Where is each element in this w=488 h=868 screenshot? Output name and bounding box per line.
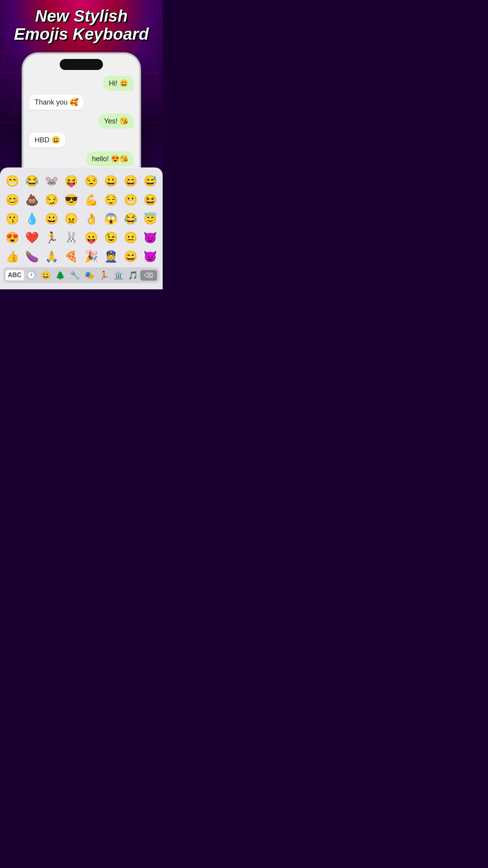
emoji-cell-7[interactable]: 😅 — [141, 172, 160, 189]
emoji-cell-1[interactable]: 😂 — [23, 172, 41, 189]
emoji-cell-35[interactable]: 🍕 — [62, 248, 81, 265]
emoji-cell-16[interactable]: 😗 — [3, 210, 21, 227]
phone-volume-up — [22, 101, 23, 115]
emoji-cell-3[interactable]: 😝 — [62, 172, 81, 189]
title-line2: Emojis Keyboard — [0, 25, 163, 43]
emoji-cell-10[interactable]: 😏 — [43, 191, 61, 208]
emoji-cell-14[interactable]: 😬 — [122, 191, 140, 208]
emoji-cell-22[interactable]: 😂 — [122, 210, 140, 227]
phone-power-button — [139, 109, 140, 131]
emoji-cell-31[interactable]: 😈 — [141, 229, 160, 246]
emoji-cell-28[interactable]: 😛 — [82, 229, 100, 246]
abc-button[interactable]: ABC — [6, 270, 24, 280]
smiley-icon[interactable]: 😀 — [39, 269, 53, 281]
emoji-cell-24[interactable]: 😍 — [3, 229, 21, 246]
emoji-cell-13[interactable]: 😌 — [102, 191, 120, 208]
emoji-cell-32[interactable]: 👍 — [3, 248, 21, 265]
emoji-cell-37[interactable]: 👮 — [102, 248, 120, 265]
emoji-cell-21[interactable]: 😱 — [102, 210, 120, 227]
emoji-cell-29[interactable]: 😉 — [102, 229, 120, 246]
people-icon[interactable]: 🏃 — [97, 269, 111, 281]
travel-icon[interactable]: 🏛️ — [111, 269, 126, 281]
emoji-cell-6[interactable]: 😄 — [122, 172, 140, 189]
emoji-cell-26[interactable]: 🏃 — [43, 229, 61, 246]
nature-icon[interactable]: 🌲 — [53, 269, 68, 281]
bubble-5: hello! 😍😘 — [86, 151, 134, 166]
emoji-cell-30[interactable]: 😐 — [122, 229, 140, 246]
keyboard-toolbar: ABC 🕐 😀 🌲 🔧 🎭 🏃 🏛️ 🎵 ⌫ — [3, 267, 160, 283]
objects-icon[interactable]: 🔧 — [68, 269, 82, 281]
emoji-cell-8[interactable]: 😊 — [3, 191, 21, 208]
emoji-grid: 😁😂🐭😝😒😀😄😅😊💩😏😎💪😌😬😆😗💧😀😠👌😱😂😇😍❤️🏃🐰😛😉😐😈👍🍆🙏🍕🎉👮😄… — [3, 172, 160, 265]
emoji-cell-27[interactable]: 🐰 — [62, 229, 81, 246]
bubble-2: Thank you 🥰 — [29, 95, 84, 110]
emoji-cell-18[interactable]: 😀 — [43, 210, 61, 227]
emoji-cell-9[interactable]: 💩 — [23, 191, 41, 208]
emoji-cell-17[interactable]: 💧 — [23, 210, 41, 227]
emoji-cell-34[interactable]: 🙏 — [43, 248, 61, 265]
emoji-cell-25[interactable]: ❤️ — [23, 229, 41, 246]
bubble-4: HBD 😃 — [29, 132, 66, 147]
emoji-cell-38[interactable]: 😄 — [122, 248, 140, 265]
emoji-cell-19[interactable]: 😠 — [62, 210, 81, 227]
clock-icon[interactable]: 🕐 — [24, 269, 39, 281]
emoji-cell-0[interactable]: 😁 — [3, 172, 21, 189]
emoji-cell-23[interactable]: 😇 — [141, 210, 160, 227]
emoji-cell-15[interactable]: 😆 — [141, 191, 160, 208]
emoji-cell-20[interactable]: 👌 — [82, 210, 100, 227]
emoji-cell-12[interactable]: 💪 — [82, 191, 100, 208]
emoji-cell-33[interactable]: 🍆 — [23, 248, 41, 265]
bubble-1: Hi! 😃 — [103, 76, 134, 91]
activities-icon[interactable]: 🎭 — [82, 269, 97, 281]
title-area: New Stylish Emojis Keyboard — [0, 7, 163, 43]
emoji-cell-4[interactable]: 😒 — [82, 172, 100, 189]
emoji-cell-39[interactable]: 👿 — [141, 248, 160, 265]
keyboard-panel: 😁😂🐭😝😒😀😄😅😊💩😏😎💪😌😬😆😗💧😀😠👌😱😂😇😍❤️🏃🐰😛😉😐😈👍🍆🙏🍕🎉👮😄… — [0, 167, 163, 289]
emoji-cell-36[interactable]: 🎉 — [82, 248, 100, 265]
emoji-cell-2[interactable]: 🐭 — [43, 172, 61, 189]
phone-notch — [60, 59, 103, 70]
emoji-cell-11[interactable]: 😎 — [62, 191, 81, 208]
symbols-icon[interactable]: 🎵 — [126, 269, 140, 281]
delete-button[interactable]: ⌫ — [140, 270, 157, 281]
title-line1: New Stylish — [0, 7, 163, 25]
app-container: New Stylish Emojis Keyboard Hi! 😃Thank y… — [0, 0, 163, 289]
bubble-3: Yes! 😘 — [99, 114, 134, 129]
emoji-cell-5[interactable]: 😀 — [102, 172, 120, 189]
phone-volume-down — [22, 119, 23, 133]
